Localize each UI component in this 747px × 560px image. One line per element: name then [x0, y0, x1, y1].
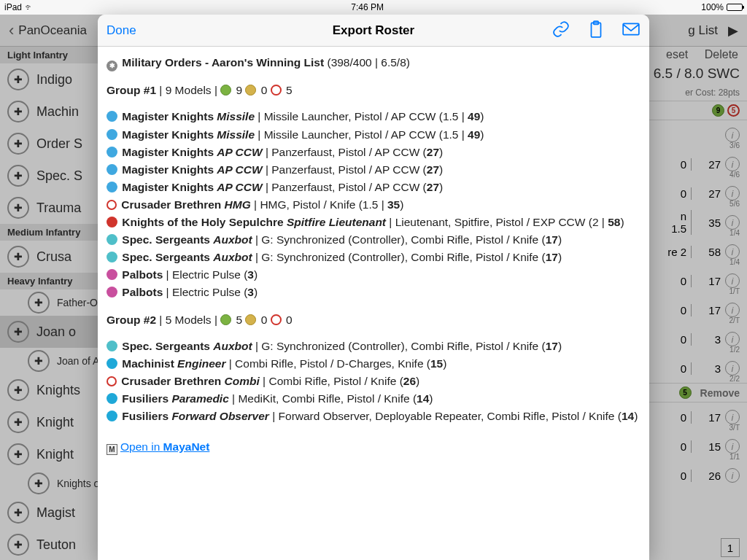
roster-entry: Spec. Sergeants Auxbot | G: Synchronized… [107, 231, 640, 249]
roster-header: ✱ Military Orders - Aaron's Winning List… [107, 54, 640, 71]
roster-entry: Palbots | Electric Pulse (3) [107, 266, 640, 284]
roster-entry: Magister Knights AP CCW | Panzerfaust, P… [107, 179, 640, 196]
mayanet-link[interactable]: MOpen in MayaNet [107, 440, 209, 453]
battery-pct: 100% [701, 2, 724, 12]
unit-type-icon [107, 217, 117, 228]
group-header: Group #2 | 5 Models | 5 0 0 [107, 311, 640, 329]
unit-type-icon [107, 164, 117, 175]
roster-title: Military Orders - Aaron's Winning List [122, 56, 324, 69]
roster-entry: Spec. Sergeants Auxbot | G: Synchronized… [107, 249, 640, 266]
unit-type-icon [107, 287, 117, 298]
unit-type-icon [107, 376, 117, 386]
roster-entry: Spec. Sergeants Auxbot | G: Synchronized… [107, 338, 640, 355]
unit-type-icon [107, 200, 117, 210]
roster-entry: Machinist Engineer | Combi Rifle, Pistol… [107, 355, 640, 373]
unit-type-icon [107, 393, 117, 404]
roster-entry: Magister Knights Missile | Missile Launc… [107, 126, 640, 144]
wifi-icon: ᯤ [25, 2, 34, 12]
device-label: iPad [4, 2, 22, 12]
roster-entry: Fusiliers Forward Observer | Forward Obs… [107, 408, 640, 425]
clipboard-icon[interactable] [587, 20, 605, 42]
unit-type-icon [107, 234, 117, 245]
roster-entry: Magister Knights AP CCW | Panzerfaust, P… [107, 161, 640, 179]
unit-type-icon [107, 111, 117, 122]
roster-entry: Crusader Brethren HMG | HMG, Pistol / Kn… [107, 196, 640, 214]
roster-entry: Magister Knights Missile | Missile Launc… [107, 108, 640, 125]
group-header: Group #1 | 9 Models | 9 0 5 [107, 82, 640, 99]
mayanet-icon: M [107, 444, 117, 455]
roster-entry: Magister Knights AP CCW | Panzerfaust, P… [107, 144, 640, 161]
unit-type-icon [107, 341, 117, 351]
unit-type-icon [107, 358, 117, 369]
roster-entry: Crusader Brethren Combi | Combi Rifle, P… [107, 373, 640, 390]
roster-entry: Fusiliers Paramedic | MediKit, Combi Rif… [107, 390, 640, 408]
unit-type-icon [107, 411, 117, 421]
done-button[interactable]: Done [107, 23, 136, 38]
export-modal: Done Export Roster ✱ Military Orders - A… [98, 15, 649, 560]
roster-entry: Palbots | Electric Pulse (3) [107, 284, 640, 301]
status-bar: iPad ᯤ 7:46 PM 100% [0, 0, 747, 15]
globe-icon: ✱ [107, 61, 117, 71]
roster-stats: (398/400 | 6.5/8) [327, 56, 409, 69]
modal-body[interactable]: ✱ Military Orders - Aaron's Winning List… [98, 47, 649, 560]
clock: 7:46 PM [351, 2, 384, 12]
battery-icon [727, 4, 743, 11]
link-icon[interactable] [551, 20, 570, 42]
unit-type-icon [107, 269, 117, 280]
mail-icon[interactable] [622, 20, 640, 42]
unit-type-icon [107, 129, 117, 140]
unit-type-icon [107, 252, 117, 262]
roster-entry: Knights of the Holy Sepulchre Spitfire L… [107, 214, 640, 231]
unit-type-icon [107, 182, 117, 192]
modal-navbar: Done Export Roster [98, 15, 649, 47]
svg-rect-2 [623, 23, 639, 34]
unit-type-icon [107, 147, 117, 158]
